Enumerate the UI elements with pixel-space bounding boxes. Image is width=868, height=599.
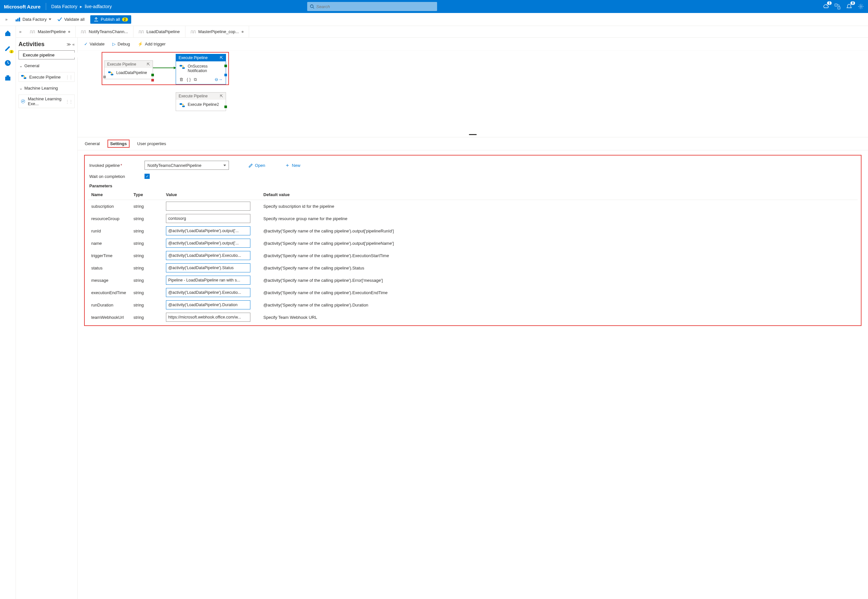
activity-ml-execute[interactable]: Machine Learning Exe... ⋮⋮ — [18, 95, 75, 108]
code-icon[interactable]: { } — [187, 77, 191, 82]
settings-icon[interactable] — [857, 3, 864, 10]
param-value-input[interactable] — [166, 202, 250, 211]
handle-in[interactable] — [103, 76, 106, 78]
validate-button[interactable]: ✓ Validate — [84, 42, 105, 47]
breadcrumb-0[interactable]: Data Factory — [51, 4, 77, 9]
header-icons: 1 8 — [823, 3, 864, 10]
expand-icon[interactable]: ⇱ — [220, 94, 223, 98]
handle-completion[interactable] — [225, 74, 227, 76]
open-pipeline-button[interactable]: Open — [249, 163, 265, 168]
handle-success[interactable] — [151, 74, 154, 76]
param-value-input[interactable]: https://microsoft.webhook.office.com/w..… — [166, 313, 250, 322]
wait-on-completion-row: Wait on completion ✓ — [88, 172, 857, 181]
delete-icon[interactable]: 🗑 — [179, 77, 184, 82]
param-name: runId — [88, 225, 130, 237]
resize-grip[interactable] — [78, 132, 868, 137]
param-row: executionEndTimestring@activity('LoadDat… — [88, 286, 857, 299]
param-value-input[interactable]: Pipeline - LoadDataPipeline ran with s..… — [166, 275, 250, 285]
node-onsuccess-notification[interactable]: Execute Pipeline⇱ OnSuccess Notification… — [176, 54, 226, 84]
expand-icon[interactable]: ⇱ — [147, 62, 150, 66]
param-row: runDurationstring@activity('LoadDataPipe… — [88, 299, 857, 311]
activities-group-general[interactable]: ⌄ General — [18, 62, 75, 69]
publish-count: 2 — [122, 18, 128, 21]
param-type: string — [130, 225, 163, 237]
tab-loaddata[interactable]: ⎍⎍ LoadDataPipeline — [133, 26, 185, 37]
tab-settings[interactable]: Settings — [107, 140, 129, 148]
breadcrumb-sep: ▸ — [80, 4, 82, 9]
collapse-left-icon[interactable]: » — [3, 17, 9, 22]
node-execute-pipeline2[interactable]: Execute Pipeline⇱ Execute Pipeline2 — [176, 92, 226, 111]
svg-rect-19 — [179, 65, 182, 66]
param-value-input[interactable]: @activity('LoadDataPipeline').output['..… — [166, 239, 250, 248]
param-value-input[interactable]: @activity('LoadDataPipeline').Status — [166, 263, 250, 272]
tabs-collapse-icon[interactable]: » — [16, 26, 25, 37]
node-name: Execute Pipeline2 — [188, 102, 219, 107]
tab-masterpipeline[interactable]: ⎍⎍ MasterPipeline — [25, 26, 76, 37]
feedback-icon[interactable] — [834, 3, 841, 10]
search-input[interactable] — [316, 4, 434, 9]
connector-arrow — [153, 66, 176, 69]
param-default: Specify resource group name for the pipe… — [260, 212, 857, 225]
rail-manage[interactable] — [3, 73, 12, 83]
copy-icon[interactable]: ⧉ — [194, 77, 197, 82]
notifications-icon[interactable]: 8 — [846, 3, 852, 10]
param-default: Specify Team Webhook URL — [260, 311, 857, 324]
param-value-input[interactable]: @activity('LoadDataPipeline').Executio..… — [166, 288, 250, 297]
debug-button[interactable]: ▷ Debug — [112, 42, 130, 47]
activities-search[interactable] — [18, 50, 75, 59]
param-type: string — [130, 262, 163, 274]
left-rail: 2 — [0, 26, 16, 599]
grip-icon: ⋮⋮ — [65, 75, 72, 80]
global-search[interactable] — [307, 2, 437, 11]
parameters-title: Parameters — [89, 184, 856, 188]
handle-fail[interactable] — [151, 79, 154, 81]
invoked-pipeline-select[interactable]: NotifyTeamsChannelPipeline — [145, 161, 229, 170]
tab-notifyteams[interactable]: ⎍⎍ NotifyTeamsChann... — [76, 26, 133, 37]
publish-all-button[interactable]: Publish all 2 — [90, 15, 131, 24]
factory-dropdown[interactable]: Data Factory — [15, 17, 51, 22]
rail-author[interactable]: 2 — [3, 44, 12, 53]
upload-icon — [93, 17, 99, 22]
tab-user-properties[interactable]: User properties — [137, 140, 167, 147]
param-default: @activity('Specify name of the calling p… — [260, 225, 857, 237]
param-value-input[interactable]: contosorg — [166, 214, 250, 223]
validate-all-button[interactable]: Validate all — [57, 17, 85, 22]
pipeline-canvas[interactable]: Execute Pipeline⇱ LoadDataPipeline Exec — [78, 51, 868, 132]
properties-panel: General Settings User properties Invoked… — [78, 137, 868, 599]
handle-success[interactable] — [225, 65, 227, 67]
param-value-input[interactable]: @activity('LoadDataPipeline').output['..… — [166, 226, 250, 235]
wait-checkbox[interactable]: ✓ — [145, 174, 150, 179]
param-row: resourceGroupstringcontosorgSpecify reso… — [88, 212, 857, 225]
breadcrumb-1[interactable]: live-adfactory — [85, 4, 112, 9]
cloud-icon[interactable]: 1 — [823, 3, 829, 10]
node-loaddatapipeline[interactable]: Execute Pipeline⇱ LoadDataPipeline — [104, 60, 153, 79]
activities-search-input[interactable] — [23, 53, 78, 57]
canvas-column: ✓ Validate ▷ Debug ⚡ Add trigger — [78, 38, 868, 599]
new-pipeline-button[interactable]: ＋ New — [285, 162, 300, 169]
deactivate-icon[interactable]: ⊖→ — [215, 77, 222, 82]
breadcrumb[interactable]: Data Factory ▸ live-adfactory — [51, 4, 112, 9]
param-type: string — [130, 249, 163, 262]
grip-icon: ⋮⋮ — [65, 99, 72, 104]
param-value-input[interactable]: @activity('LoadDataPipeline').Executio..… — [166, 251, 250, 260]
add-trigger-button[interactable]: ⚡ Add trigger — [138, 42, 166, 47]
param-type: string — [130, 311, 163, 324]
activities-collapse-icon[interactable]: ≫ « — [66, 42, 75, 47]
param-type: string — [130, 286, 163, 299]
activity-execute-pipeline[interactable]: Execute Pipeline ⋮⋮ — [18, 72, 75, 82]
settings-body: Invoked pipeline* NotifyTeamsChannelPipe… — [78, 151, 868, 599]
tab-general[interactable]: General — [84, 140, 100, 147]
rail-monitor[interactable] — [3, 59, 12, 68]
expand-icon[interactable]: ⇱ — [220, 56, 223, 60]
chevron-down-icon: ⌄ — [19, 86, 23, 90]
tab-masterpipeline-copy[interactable]: ⎍⎍ MasterPipeline_cop... — [185, 26, 249, 37]
rail-home[interactable] — [3, 29, 12, 38]
param-name: name — [88, 237, 130, 249]
validate-label: Validate — [90, 42, 105, 47]
handle-success[interactable] — [225, 105, 227, 108]
param-value-input[interactable]: @activity('LoadDataPipeline').Duration — [166, 300, 250, 309]
svg-rect-21 — [179, 103, 182, 105]
group-label: General — [24, 63, 39, 68]
pipeline-icon: ⎍⎍ — [139, 29, 144, 34]
activities-group-ml[interactable]: ⌄ Machine Learning — [18, 84, 75, 92]
